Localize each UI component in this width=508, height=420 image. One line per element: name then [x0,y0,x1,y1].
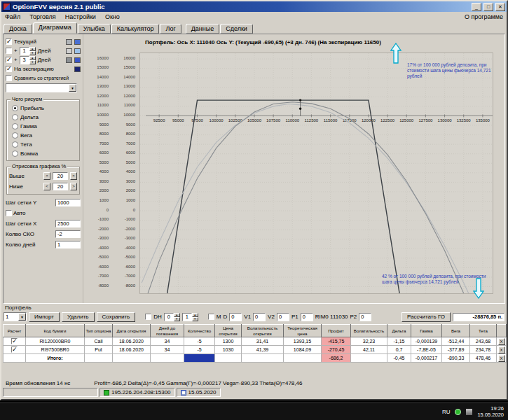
y-axis-label: 6000 [99,150,109,155]
render-range-title: Отрисовка графика % [11,163,67,169]
table-cell: 1300 [215,337,242,346]
below-increase-button[interactable]: > [70,183,77,190]
portfolio-selector[interactable]: 1▼ [4,312,27,321]
y-axis-label: 9000 [99,122,109,127]
table-cell: -5 [184,346,215,354]
calc-margin-button[interactable]: Рассчитать ГО [401,312,451,322]
tab-7[interactable]: Сделки [220,24,253,34]
above-percent-value: 20 [53,172,68,180]
statusbar-date: 15.05.2020 [188,389,217,396]
tab-5[interactable]: Лог [160,24,181,34]
radio-4[interactable] [12,132,18,139]
minimize-button[interactable]: _ [472,3,481,11]
dh-stepper-2[interactable]: 1▲▼ [182,313,198,321]
save-button[interactable]: Сохранить [97,312,136,322]
language-indicator[interactable]: RU [442,409,451,415]
maximize-button[interactable]: □ [483,3,493,11]
column-header-13[interactable]: Гамма [411,325,442,337]
draw-option-label: Гамма [20,123,37,130]
column-header-3[interactable]: Тип опциона [85,325,113,337]
row-delete-button[interactable]: X [498,346,505,354]
menu-item-2[interactable]: Торговля [29,13,56,20]
close-button[interactable]: ✕ [495,3,505,11]
radio-2[interactable] [12,114,18,120]
p2-value[interactable]: 0 [359,313,371,321]
param-value-D[interactable]: 0 [229,313,242,321]
column-header-1[interactable]: Расчет [4,325,26,337]
row-delete-button[interactable]: X [498,338,505,345]
column-header-14[interactable]: Вега [442,325,470,337]
param-value-V1[interactable]: 0 [253,313,266,321]
menu-item-4[interactable]: Окно [105,13,120,20]
table-cell: -5 [184,337,215,346]
radio-1[interactable] [12,105,18,111]
column-header-16[interactable] [497,325,507,337]
column-header-4[interactable]: Дата открытия [113,325,151,337]
column-header-9[interactable]: Теоретическая цена [284,325,322,337]
row-calc-checkbox[interactable] [11,346,18,353]
column-header-15[interactable]: Тета [470,325,497,337]
grid-y-input[interactable] [55,199,81,206]
plus1-days-stepper[interactable]: 1▲▼ [20,47,36,55]
taskbar-clock[interactable]: 19:26 15.05.2020 [477,405,504,419]
y-axis-label: 4000 [99,169,109,174]
column-header-10[interactable]: Профит [322,325,351,337]
taskbar[interactable]: RU 19:26 15.05.2020 [0,402,508,420]
column-header-11[interactable]: Волатильность [351,325,387,337]
row-delete-button[interactable]: X [498,355,505,362]
current-checkbox[interactable] [6,38,12,45]
column-header-8[interactable]: Волатильность открытия [242,325,284,337]
row-calc-checkbox[interactable] [11,338,18,344]
param-value-P1[interactable]: 0 [301,313,313,321]
tray-connection-icon[interactable] [455,409,461,415]
dh-stepper-1[interactable]: 0▲▼ [164,313,180,321]
above-increase-button[interactable]: > [70,172,77,180]
tab-6[interactable]: Данные [186,24,220,34]
column-header-2[interactable]: Код бумаги [26,325,85,337]
draw-option-row: Вега [9,131,77,140]
tab-4[interactable]: Калькулятор [111,24,160,34]
column-header-12[interactable]: Дельта [387,325,411,337]
delete-cell: X [497,337,507,346]
expiration-checkbox[interactable] [6,66,12,72]
above-decrease-button[interactable]: < [43,172,50,180]
y-axis-label: -4000 [125,246,135,250]
radio-6[interactable] [12,150,18,157]
tab-3[interactable]: Улыбка [78,24,111,34]
svg-text:92500: 92500 [153,118,165,122]
m-checkbox[interactable] [208,314,214,320]
render-range-group: Отрисовка графика % Выше < 20 > Ниже < 2… [6,167,80,195]
y-axis-label: 15000 [123,65,135,69]
menu-item-about[interactable]: О программе [465,13,503,20]
tab-2[interactable]: Диаграмма [33,22,77,34]
menu-item-3[interactable]: Настройки [65,13,96,20]
statusbar-empty-panel [3,388,98,397]
compare-strategy-checkbox[interactable] [6,75,12,81]
below-decrease-button[interactable]: < [43,183,50,190]
column-header-6[interactable]: Количество [184,325,215,337]
sko-input[interactable] [55,230,81,238]
plus1-checkbox[interactable] [6,48,12,54]
tab-1[interactable]: Доска [4,24,32,34]
tray-app-icon[interactable] [466,409,472,415]
radio-3[interactable] [12,123,18,130]
dh-checkbox[interactable] [145,314,151,320]
payoff-plot[interactable]: 9250095000975001000001025001050001075001… [139,52,493,294]
radio-5[interactable] [12,141,18,148]
plus3-checkbox[interactable] [6,57,12,63]
delete-button[interactable]: Удалить [62,312,95,322]
days-count-row: Колво дней [6,239,81,250]
y-axis-label: 4000 [126,169,135,174]
days-count-input[interactable] [55,241,81,248]
param-value-V2[interactable]: 0 [277,313,289,321]
strategy-select[interactable]: ▼ [6,83,77,92]
column-header-7[interactable]: Цена открытия [215,325,242,337]
table-cell: RI97500BR0 [26,346,85,354]
import-button[interactable]: Импорт [29,312,60,322]
column-header-5[interactable]: Дней до погашения [151,325,184,337]
layer-label: На экспирацию [14,66,54,72]
menu-item-1[interactable]: Файл [5,13,20,20]
auto-checkbox[interactable] [6,210,12,216]
plus3-days-stepper[interactable]: 3▲▼ [20,56,36,64]
grid-x-input[interactable] [55,220,81,227]
